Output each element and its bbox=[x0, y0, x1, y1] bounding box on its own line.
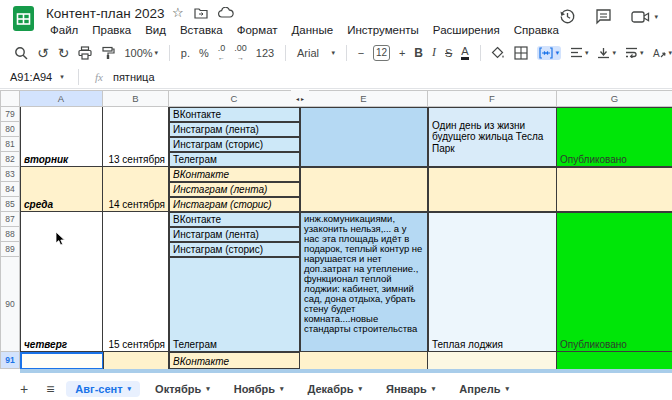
strikethrough-button[interactable]: S bbox=[445, 47, 452, 59]
sheet-tab[interactable]: Декабрь▾ bbox=[299, 381, 372, 397]
cell-channel[interactable]: Инстаграм (лента) bbox=[169, 182, 300, 197]
move-to-folder-icon[interactable] bbox=[194, 7, 208, 19]
row-header[interactable]: 80 bbox=[0, 122, 20, 137]
search-menus-icon[interactable] bbox=[14, 46, 28, 60]
italic-button[interactable]: I bbox=[432, 45, 436, 60]
horizontal-align-icon[interactable]: ▾ bbox=[570, 47, 589, 58]
undo-icon[interactable]: ↺ bbox=[37, 45, 49, 61]
cell-channel[interactable]: Телеграм bbox=[169, 257, 300, 352]
cell-channel[interactable]: ВКонтакте bbox=[169, 352, 300, 369]
row-header[interactable]: 81 bbox=[0, 137, 20, 152]
cell-channel[interactable]: Инстаграм (сторис) bbox=[169, 137, 300, 152]
row-header[interactable]: 87 bbox=[0, 212, 20, 227]
text-rotation-icon[interactable]: A ▾ bbox=[652, 47, 672, 59]
sheet-tab[interactable]: Апрель▾ bbox=[450, 381, 518, 397]
meet-dropdown-caret-icon[interactable]: ▾ bbox=[654, 13, 658, 21]
text-wrapping-icon[interactable]: ▾ bbox=[625, 47, 644, 58]
decrease-decimal-button[interactable]: .0← bbox=[218, 45, 226, 61]
menu-extensions[interactable]: Расширения bbox=[427, 23, 506, 37]
sheet-tab-active[interactable]: Авг-сент▾ bbox=[66, 381, 140, 397]
sheets-logo-icon[interactable] bbox=[10, 5, 37, 32]
cell-channel[interactable]: Телеграм bbox=[169, 152, 300, 167]
text-color-button[interactable]: A bbox=[461, 46, 468, 60]
cell-day-wednesday[interactable]: среда bbox=[20, 167, 103, 212]
cell-channel[interactable]: ВКонтакте bbox=[169, 107, 300, 122]
cell-date-tuesday[interactable]: 13 сентября bbox=[103, 107, 169, 167]
cell-channel[interactable]: Инстаграм (лента) bbox=[169, 227, 300, 242]
cell-a91-selected[interactable] bbox=[20, 352, 104, 370]
row-header[interactable]: 90 bbox=[0, 257, 20, 352]
menu-tools[interactable]: Инструменты bbox=[341, 23, 425, 37]
cell-day-tuesday[interactable]: вторник bbox=[20, 107, 103, 167]
row-header[interactable]: 85 bbox=[0, 197, 20, 212]
cell-content-thursday[interactable]: инж.комуникациями, узаконить нельзя,... … bbox=[300, 212, 428, 352]
merge-cells-icon[interactable]: ▾ bbox=[537, 46, 561, 60]
hidden-column-d-indicator[interactable]: ◂▸ bbox=[291, 90, 309, 107]
paint-format-icon[interactable] bbox=[101, 46, 115, 60]
fill-color-icon[interactable] bbox=[491, 46, 505, 60]
vertical-align-icon[interactable]: ▾ bbox=[597, 47, 616, 59]
redo-icon[interactable]: ↻ bbox=[58, 45, 70, 61]
cell-idea-tuesday[interactable]: Один день из жизни будущего жильца Тесла… bbox=[428, 107, 557, 167]
cell-channel[interactable]: ВКонтакте bbox=[169, 167, 300, 182]
currency-format-button[interactable]: р. bbox=[181, 47, 190, 59]
select-all-corner[interactable] bbox=[0, 90, 20, 107]
cell-idea-wednesday[interactable] bbox=[428, 167, 557, 212]
menu-file[interactable]: Файл bbox=[44, 23, 84, 37]
font-family-selector[interactable]: Arial ▾ bbox=[297, 47, 335, 59]
row-header-selected[interactable]: 91 bbox=[0, 352, 20, 369]
number-format-button[interactable]: 123 bbox=[256, 47, 274, 59]
star-icon[interactable]: ☆ bbox=[172, 5, 184, 20]
cell-status-wednesday[interactable] bbox=[557, 167, 672, 212]
row-header[interactable]: 79 bbox=[0, 107, 20, 122]
borders-icon[interactable] bbox=[514, 46, 528, 60]
menu-insert[interactable]: Вставка bbox=[174, 23, 229, 37]
increase-font-size-button[interactable]: + bbox=[399, 47, 405, 59]
menu-help[interactable]: Справка bbox=[508, 23, 565, 37]
bold-button[interactable]: B bbox=[414, 46, 423, 60]
column-header-g[interactable]: G bbox=[557, 90, 672, 107]
column-header-f[interactable]: F bbox=[428, 90, 557, 107]
row-header[interactable]: 84 bbox=[0, 182, 20, 197]
print-icon[interactable] bbox=[78, 46, 92, 60]
cloud-status-icon[interactable] bbox=[218, 7, 234, 19]
cell-channel[interactable]: Инстаграм (сторис) bbox=[169, 242, 300, 257]
cell-idea-thursday[interactable]: Теплая лоджия bbox=[428, 212, 557, 352]
column-header-b[interactable]: B bbox=[103, 90, 169, 107]
increase-decimal-button[interactable]: .00→ bbox=[234, 45, 247, 61]
formula-input[interactable]: пятница bbox=[113, 71, 155, 83]
cell-channel[interactable]: Инстаграм (лента) bbox=[169, 122, 300, 137]
percent-format-button[interactable]: % bbox=[199, 47, 209, 59]
cell-b91[interactable] bbox=[103, 352, 169, 369]
sheet-tab[interactable]: Ноябрь▾ bbox=[225, 381, 293, 397]
menu-format[interactable]: Формат bbox=[231, 23, 284, 37]
cell-date-thursday[interactable]: 15 сентября bbox=[103, 212, 169, 352]
cell-date-wednesday[interactable]: 14 сентября bbox=[103, 167, 169, 212]
cell-content-tuesday[interactable] bbox=[300, 107, 428, 167]
menu-edit[interactable]: Правка bbox=[86, 23, 137, 37]
version-history-icon[interactable] bbox=[559, 8, 576, 25]
row-header[interactable]: 88 bbox=[0, 227, 20, 242]
menu-view[interactable]: Вид bbox=[139, 23, 172, 37]
column-header-c[interactable]: C bbox=[169, 90, 300, 107]
meet-video-call-icon[interactable]: ▾ bbox=[631, 10, 658, 24]
name-box[interactable]: A91:A94▾ bbox=[0, 71, 76, 83]
cell-status-tuesday[interactable]: Опубликовано bbox=[557, 107, 672, 167]
column-header-a[interactable]: A bbox=[20, 90, 103, 107]
decrease-font-size-button[interactable]: − bbox=[358, 47, 364, 59]
menu-data[interactable]: Данные bbox=[286, 23, 340, 37]
column-header-e[interactable]: E bbox=[300, 90, 428, 107]
cell-e91[interactable] bbox=[300, 352, 428, 369]
sheet-tab[interactable]: Октябрь▾ bbox=[146, 381, 219, 397]
cell-status-thursday[interactable]: Опубликовано bbox=[557, 212, 672, 352]
row-header[interactable]: 89 bbox=[0, 242, 20, 257]
cell-channel[interactable]: Инстаграм (сторис) bbox=[169, 197, 300, 212]
cell-content-wednesday[interactable] bbox=[300, 167, 428, 212]
font-size-input[interactable]: 12 bbox=[373, 45, 390, 61]
row-header[interactable]: 82 bbox=[0, 152, 20, 167]
comments-icon[interactable] bbox=[595, 8, 612, 25]
cell-g91[interactable] bbox=[557, 352, 672, 369]
add-sheet-icon[interactable]: + bbox=[14, 381, 34, 397]
document-title[interactable]: Контент-план 2023 bbox=[46, 6, 164, 21]
row-header[interactable]: 83 bbox=[0, 167, 20, 182]
